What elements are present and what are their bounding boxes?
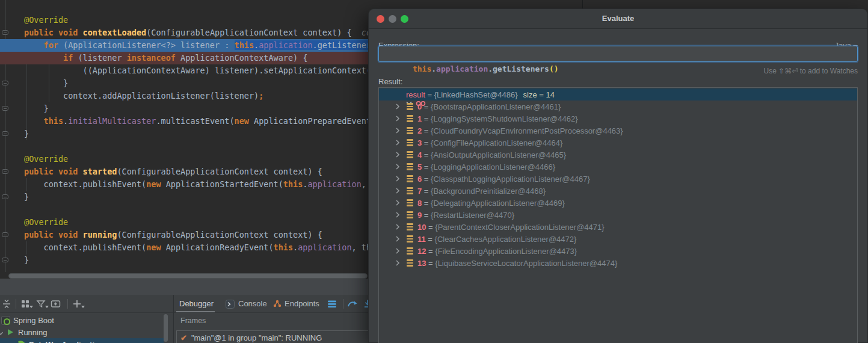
- chevron-right-icon[interactable]: [394, 139, 401, 148]
- collapse-panel-icon[interactable]: [2, 299, 11, 309]
- threads-view-icon[interactable]: [327, 299, 337, 309]
- selected-tab-underline: [176, 311, 215, 312]
- frame-label: "main"@1 in group "main": RUNNING: [191, 333, 322, 342]
- dialog-titlebar[interactable]: Evaluate: [369, 9, 867, 29]
- frame-row-main-thread[interactable]: ✔"main"@1 in group "main": RUNNING: [180, 333, 322, 342]
- collection-element-icon: [407, 151, 413, 158]
- collection-element-icon: [407, 187, 413, 194]
- chevron-right-icon[interactable]: [394, 211, 401, 220]
- result-item-row[interactable]: 13 = {LiquibaseServiceLocatorApplication…: [379, 257, 857, 269]
- collection-element-icon: [407, 175, 413, 182]
- collection-element-icon: [407, 115, 413, 122]
- expression-input[interactable]: this.application.getListeners(): [378, 46, 858, 62]
- chevron-right-icon[interactable]: [394, 247, 401, 256]
- collection-element-icon: [407, 139, 413, 146]
- horizontal-scrollbar[interactable]: [8, 273, 368, 279]
- chevron-right-icon[interactable]: [394, 259, 401, 268]
- item-index: 1: [417, 114, 422, 123]
- collection-element-icon: [407, 103, 413, 110]
- frames-list: ✔"main"@1 in group "main": RUNNING: [176, 330, 375, 343]
- result-item-row[interactable]: 10 = {ParentContextCloserApplicationList…: [379, 221, 857, 233]
- item-index: 11: [417, 235, 426, 244]
- add-icon[interactable]: [72, 299, 82, 309]
- chevron-right-icon[interactable]: [394, 235, 401, 244]
- result-item-row[interactable]: 9 = {RestartListener@4470}: [379, 209, 857, 221]
- panel-divider[interactable]: [173, 295, 174, 343]
- result-tree: result = {LinkedHashSet@4486}size = 14 0…: [378, 87, 858, 343]
- item-value: {RestartListener@4470}: [431, 211, 514, 220]
- item-value: {ConfigFileApplicationListener@4464}: [431, 138, 562, 147]
- run-icon: [8, 329, 13, 335]
- result-root-row[interactable]: result = {LinkedHashSet@4486}size = 14: [379, 88, 857, 100]
- result-item-row[interactable]: 2 = {CloudFoundryVcapEnvironmentPostProc…: [379, 125, 857, 137]
- tab-console[interactable]: Console: [238, 299, 267, 308]
- item-index: 2: [417, 126, 422, 135]
- watch-hint: Use ⇧⌘⏎ to add to Watches: [764, 67, 858, 75]
- step-over-icon[interactable]: [347, 299, 357, 309]
- spring-boot-icon: [1, 316, 10, 325]
- item-value: {CloudFoundryVcapEnvironmentPostProcesso…: [431, 126, 623, 135]
- console-icon: [226, 300, 235, 309]
- dialog-title: Evaluate: [369, 14, 867, 23]
- result-label: Result:: [378, 77, 402, 86]
- item-index: 6: [417, 175, 422, 184]
- chevron-right-icon[interactable]: [394, 163, 401, 172]
- item-value: {FileEncodingApplicationListener@4473}: [435, 247, 577, 256]
- collection-element-icon: [407, 259, 413, 267]
- item-value: {BootstrapApplicationListener@4461}: [431, 102, 561, 111]
- chevron-right-icon[interactable]: [394, 103, 401, 112]
- result-item-row[interactable]: 11 = {ClearCachesApplicationListener@447…: [379, 233, 857, 245]
- result-item-row[interactable]: 5 = {LoggingApplicationListener@4466}: [379, 161, 857, 173]
- result-item-row[interactable]: 12 = {FileEncodingApplicationListener@44…: [379, 245, 857, 257]
- view-options-icon[interactable]: [20, 299, 30, 309]
- filter-icon[interactable]: [36, 299, 46, 309]
- chevron-right-icon[interactable]: [394, 223, 401, 232]
- frames-header: Frames: [180, 317, 206, 325]
- chevron-right-icon[interactable]: [394, 199, 401, 208]
- collection-element-icon: [407, 127, 413, 134]
- tree-item-running[interactable]: Running: [0, 326, 164, 338]
- chevron-right-icon[interactable]: [394, 151, 401, 160]
- chevron-right-icon[interactable]: [394, 127, 401, 136]
- result-item-row[interactable]: 3 = {ConfigFileApplicationListener@4464}: [379, 137, 857, 149]
- toolbar-separator: [67, 299, 68, 309]
- item-value: {DelegatingApplicationListener@4469}: [431, 199, 565, 208]
- result-item-row[interactable]: 1 = {LoggingSystemShutdownListener@4462}: [379, 113, 857, 125]
- endpoints-icon: [272, 299, 282, 309]
- item-value: {ClasspathLoggingApplicationListener@446…: [431, 175, 590, 184]
- collection-element-icon: [407, 235, 413, 243]
- editor-split-divider: [582, 0, 583, 8]
- evaluate-dialog: Evaluate Expression: Java this.applicati…: [368, 8, 868, 343]
- item-index: 7: [417, 187, 422, 196]
- tab-debugger[interactable]: Debugger: [179, 299, 214, 308]
- tree-scrollbar[interactable]: [164, 314, 168, 342]
- result-value: {LinkedHashSet@4486}: [434, 90, 518, 99]
- tree-item-gateway-application[interactable]: GateWayApplication: [0, 338, 164, 343]
- result-size: size = 14: [523, 90, 555, 99]
- result-item-row[interactable]: 4 = {AnsiOutputApplicationListener@4465}: [379, 149, 857, 161]
- chevron-right-icon[interactable]: [394, 175, 401, 184]
- result-item-row[interactable]: 6 = {ClasspathLoggingApplicationListener…: [379, 173, 857, 185]
- item-value: {LoggingApplicationListener@4466}: [431, 162, 555, 172]
- item-value: {LoggingSystemShutdownListener@4462}: [431, 114, 577, 123]
- chevron-right-icon[interactable]: [394, 115, 401, 124]
- new-watch-icon[interactable]: [51, 299, 60, 309]
- result-item-row[interactable]: 7 = {BackgroundPreinitializer@4468}: [379, 185, 857, 197]
- item-value: {LiquibaseServiceLocatorApplicationListe…: [435, 259, 617, 268]
- tab-endpoints[interactable]: Endpoints: [285, 299, 319, 308]
- result-item-row[interactable]: 8 = {DelegatingApplicationListener@4469}: [379, 197, 857, 209]
- tree-item-spring-boot[interactable]: Spring Boot: [0, 314, 164, 326]
- result-item-row[interactable]: 0 = {BootstrapApplicationListener@4461}: [379, 100, 857, 113]
- item-index: 10: [417, 223, 426, 232]
- checkmark-icon: ✔: [180, 333, 187, 342]
- item-value: {AnsiOutputApplicationListener@4465}: [431, 150, 566, 159]
- toolbar-separator: [343, 299, 343, 309]
- item-index: 8: [417, 199, 422, 208]
- item-index: 9: [417, 211, 422, 220]
- item-index: 4: [417, 150, 422, 159]
- collection-element-icon: [407, 199, 413, 206]
- item-value: {ParentContextCloserApplicationListener@…: [435, 223, 604, 232]
- collection-element-icon: [407, 223, 413, 230]
- chevron-down-icon[interactable]: [0, 329, 4, 338]
- chevron-right-icon[interactable]: [394, 187, 401, 196]
